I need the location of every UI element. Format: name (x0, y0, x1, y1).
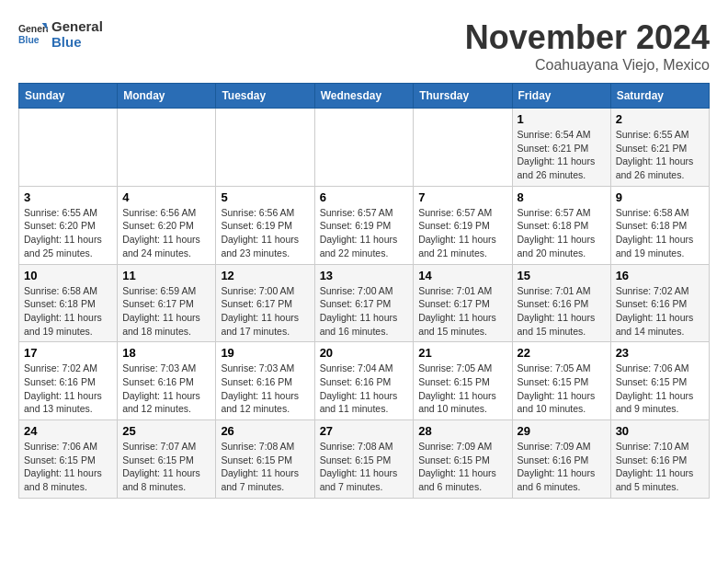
day-number: 30 (616, 424, 704, 438)
day-info: Sunrise: 7:01 AMSunset: 6:17 PMDaylight:… (418, 284, 506, 339)
calendar-cell: 21Sunrise: 7:05 AMSunset: 6:15 PMDayligh… (414, 342, 512, 420)
day-info: Sunrise: 7:01 AMSunset: 6:16 PMDaylight:… (518, 284, 606, 339)
day-number: 22 (518, 346, 606, 360)
day-number: 16 (616, 269, 704, 282)
calendar-cell: 17Sunrise: 7:02 AMSunset: 6:16 PMDayligh… (19, 342, 118, 420)
day-number: 20 (320, 346, 409, 360)
day-info: Sunrise: 6:56 AMSunset: 6:20 PMDaylight:… (122, 206, 210, 260)
weekday-header-friday: Friday (512, 84, 610, 109)
weekday-header-row: SundayMondayTuesdayWednesdayThursdayFrid… (19, 84, 710, 109)
weekday-header-tuesday: Tuesday (216, 84, 314, 109)
calendar-cell: 2Sunrise: 6:55 AMSunset: 6:21 PMDaylight… (610, 109, 709, 187)
day-info: Sunrise: 7:05 AMSunset: 6:15 PMDaylight:… (518, 362, 606, 416)
day-info: Sunrise: 7:04 AMSunset: 6:16 PMDaylight:… (320, 362, 409, 416)
day-info: Sunrise: 7:02 AMSunset: 6:16 PMDaylight:… (24, 362, 112, 416)
week-row-3: 10Sunrise: 6:58 AMSunset: 6:18 PMDayligh… (19, 264, 710, 342)
day-number: 12 (221, 269, 309, 282)
day-number: 17 (24, 346, 112, 360)
week-row-2: 3Sunrise: 6:55 AMSunset: 6:20 PMDaylight… (19, 186, 710, 264)
calendar-cell: 8Sunrise: 6:57 AMSunset: 6:18 PMDaylight… (512, 186, 610, 264)
calendar-cell: 1Sunrise: 6:54 AMSunset: 6:21 PMDaylight… (512, 109, 610, 187)
calendar-cell: 12Sunrise: 7:00 AMSunset: 6:17 PMDayligh… (216, 264, 314, 342)
calendar-cell: 24Sunrise: 7:06 AMSunset: 6:15 PMDayligh… (19, 420, 118, 499)
calendar-cell: 22Sunrise: 7:05 AMSunset: 6:15 PMDayligh… (512, 342, 610, 420)
svg-text:General: General (18, 24, 48, 34)
calendar-cell: 19Sunrise: 7:03 AMSunset: 6:16 PMDayligh… (216, 342, 314, 420)
page-header: General Blue General Blue November 2024 … (18, 18, 710, 74)
day-number: 28 (418, 424, 506, 438)
weekday-header-monday: Monday (118, 84, 216, 109)
day-info: Sunrise: 7:05 AMSunset: 6:15 PMDaylight:… (418, 362, 506, 416)
calendar-cell: 11Sunrise: 6:59 AMSunset: 6:17 PMDayligh… (118, 264, 216, 342)
day-info: Sunrise: 7:03 AMSunset: 6:16 PMDaylight:… (122, 362, 210, 416)
day-info: Sunrise: 7:06 AMSunset: 6:15 PMDaylight:… (24, 440, 112, 494)
weekday-header-saturday: Saturday (610, 84, 709, 109)
calendar-cell: 4Sunrise: 6:56 AMSunset: 6:20 PMDaylight… (118, 186, 216, 264)
day-number: 11 (122, 269, 210, 282)
calendar-cell: 26Sunrise: 7:08 AMSunset: 6:15 PMDayligh… (216, 420, 314, 499)
day-number: 7 (418, 190, 506, 204)
logo-general-text: General (51, 18, 103, 34)
calendar-cell: 18Sunrise: 7:03 AMSunset: 6:16 PMDayligh… (118, 342, 216, 420)
calendar-cell: 16Sunrise: 7:02 AMSunset: 6:16 PMDayligh… (610, 264, 709, 342)
day-number: 6 (320, 190, 409, 204)
day-info: Sunrise: 7:03 AMSunset: 6:16 PMDaylight:… (221, 362, 309, 416)
day-number: 3 (24, 190, 112, 204)
calendar-cell: 5Sunrise: 6:56 AMSunset: 6:19 PMDaylight… (216, 186, 314, 264)
day-number: 24 (24, 424, 112, 438)
day-info: Sunrise: 6:55 AMSunset: 6:20 PMDaylight:… (24, 206, 112, 260)
title-block: November 2024 Coahuayana Viejo, Mexico (465, 18, 710, 74)
calendar-cell (118, 109, 216, 187)
calendar-cell (414, 109, 512, 187)
calendar-cell: 23Sunrise: 7:06 AMSunset: 6:15 PMDayligh… (610, 342, 709, 420)
weekday-header-thursday: Thursday (414, 84, 512, 109)
day-number: 9 (616, 190, 704, 204)
calendar-cell: 27Sunrise: 7:08 AMSunset: 6:15 PMDayligh… (314, 420, 414, 499)
logo: General Blue General Blue (18, 18, 103, 50)
day-number: 10 (24, 269, 112, 282)
day-info: Sunrise: 6:55 AMSunset: 6:21 PMDaylight:… (616, 128, 704, 182)
day-number: 14 (418, 269, 506, 282)
day-info: Sunrise: 6:59 AMSunset: 6:17 PMDaylight:… (122, 284, 210, 339)
day-number: 15 (518, 269, 606, 282)
weekday-header-wednesday: Wednesday (314, 84, 414, 109)
calendar-cell: 20Sunrise: 7:04 AMSunset: 6:16 PMDayligh… (314, 342, 414, 420)
day-info: Sunrise: 7:06 AMSunset: 6:15 PMDaylight:… (616, 362, 704, 416)
day-number: 2 (616, 112, 704, 126)
month-title: November 2024 (465, 18, 710, 57)
day-info: Sunrise: 7:08 AMSunset: 6:15 PMDaylight:… (320, 440, 409, 494)
day-info: Sunrise: 7:02 AMSunset: 6:16 PMDaylight:… (616, 284, 704, 339)
calendar-cell: 10Sunrise: 6:58 AMSunset: 6:18 PMDayligh… (19, 264, 118, 342)
calendar-cell (314, 109, 414, 187)
calendar-table: SundayMondayTuesdayWednesdayThursdayFrid… (18, 83, 710, 499)
day-info: Sunrise: 7:07 AMSunset: 6:15 PMDaylight:… (122, 440, 210, 494)
week-row-4: 17Sunrise: 7:02 AMSunset: 6:16 PMDayligh… (19, 342, 710, 420)
day-number: 18 (122, 346, 210, 360)
logo-icon: General Blue (18, 19, 48, 49)
svg-text:Blue: Blue (18, 35, 40, 45)
calendar-cell: 30Sunrise: 7:10 AMSunset: 6:16 PMDayligh… (610, 420, 709, 499)
day-number: 1 (518, 112, 606, 126)
day-info: Sunrise: 6:57 AMSunset: 6:18 PMDaylight:… (518, 206, 606, 260)
week-row-5: 24Sunrise: 7:06 AMSunset: 6:15 PMDayligh… (19, 420, 710, 499)
day-number: 4 (122, 190, 210, 204)
day-info: Sunrise: 7:08 AMSunset: 6:15 PMDaylight:… (221, 440, 309, 494)
day-number: 19 (221, 346, 309, 360)
day-number: 25 (122, 424, 210, 438)
calendar-cell: 15Sunrise: 7:01 AMSunset: 6:16 PMDayligh… (512, 264, 610, 342)
day-info: Sunrise: 6:54 AMSunset: 6:21 PMDaylight:… (518, 128, 606, 182)
week-row-1: 1Sunrise: 6:54 AMSunset: 6:21 PMDaylight… (19, 109, 710, 187)
calendar-cell: 9Sunrise: 6:58 AMSunset: 6:18 PMDaylight… (610, 186, 709, 264)
calendar-cell: 7Sunrise: 6:57 AMSunset: 6:19 PMDaylight… (414, 186, 512, 264)
calendar-cell (216, 109, 314, 187)
calendar-cell: 28Sunrise: 7:09 AMSunset: 6:15 PMDayligh… (414, 420, 512, 499)
calendar-cell: 3Sunrise: 6:55 AMSunset: 6:20 PMDaylight… (19, 186, 118, 264)
day-info: Sunrise: 6:57 AMSunset: 6:19 PMDaylight:… (418, 206, 506, 260)
day-info: Sunrise: 7:10 AMSunset: 6:16 PMDaylight:… (616, 440, 704, 494)
day-number: 5 (221, 190, 309, 204)
logo-blue-text: Blue (51, 34, 103, 50)
calendar-cell: 14Sunrise: 7:01 AMSunset: 6:17 PMDayligh… (414, 264, 512, 342)
calendar-cell (19, 109, 118, 187)
calendar-cell: 29Sunrise: 7:09 AMSunset: 6:16 PMDayligh… (512, 420, 610, 499)
day-number: 27 (320, 424, 409, 438)
